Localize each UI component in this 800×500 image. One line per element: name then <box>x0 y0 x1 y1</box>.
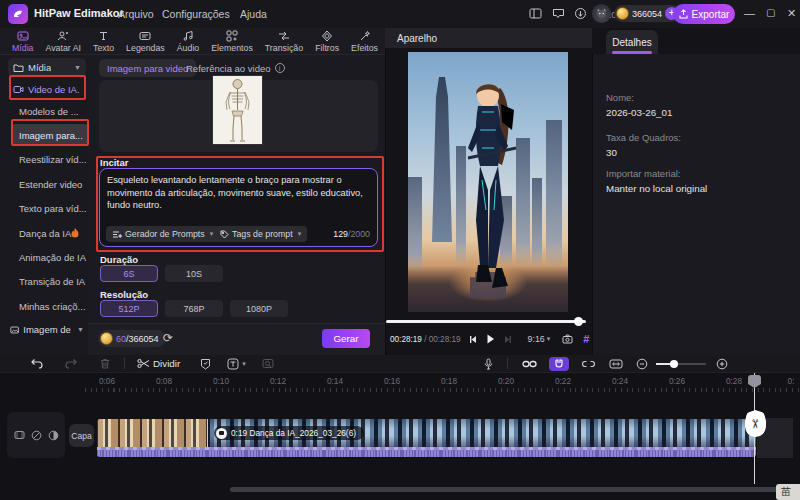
marker-icon[interactable] <box>200 358 211 370</box>
ruler-label: 0:14 <box>327 376 343 386</box>
resolution-option-768p[interactable]: 768P <box>165 300 223 317</box>
mute-track-icon[interactable] <box>31 430 42 441</box>
ruler-label: 0:08 <box>156 376 172 386</box>
zoom-out-icon[interactable] <box>636 358 648 370</box>
prompt-text[interactable]: Esqueleto levantando lentamente o braço … <box>107 174 371 212</box>
sidebar-item-dan-a-da-ia[interactable]: Dança da IA <box>12 222 88 244</box>
ribbon-tab-media[interactable]: Mídia <box>6 28 40 55</box>
detail-label: Importar material: <box>606 168 680 179</box>
unlink-icon[interactable] <box>581 360 596 368</box>
track-header <box>7 412 65 458</box>
preview-character <box>438 70 538 300</box>
link-icon[interactable] <box>522 360 537 368</box>
download-icon[interactable] <box>572 5 589 22</box>
fit-timeline-icon[interactable] <box>609 359 623 369</box>
sidebar-item-minhas-cria-[interactable]: Minhas criaçõ... <box>12 295 88 317</box>
microphone-icon[interactable] <box>484 358 493 370</box>
timeline-clip[interactable]: 0:19 Dança da IA_2026_03_26(6) <box>97 419 756 457</box>
ribbon-tab-avatar[interactable]: Avatar AI <box>40 28 88 55</box>
generate-button[interactable]: Gerar <box>322 329 370 348</box>
delete-icon[interactable] <box>100 358 110 369</box>
zoom-in-icon[interactable] <box>716 358 728 370</box>
ai-image-icon <box>10 325 19 335</box>
preview-controls: 00:28:19 / 00:28:19 9:16 ▾ # <box>385 328 592 350</box>
tab-referencia-ao-video[interactable]: Referência ao video i <box>186 59 285 77</box>
frame-search-icon[interactable] <box>262 358 274 369</box>
resolution-option-512p[interactable]: 512P <box>100 300 158 317</box>
timeline-horizontal-scrollbar[interactable] <box>230 487 795 492</box>
resolution-label: Resolução <box>100 289 148 300</box>
clip-segment-1-thumbnails[interactable] <box>97 419 207 447</box>
minimize-button[interactable]: — <box>744 7 755 19</box>
sidebar-item-imagem-para-[interactable]: Imagem para... <box>12 124 88 146</box>
tab-imagem-para-video[interactable]: Imagem para video <box>99 59 196 77</box>
sidebar-item-modelos-de-[interactable]: Modelos de ... <box>12 100 88 122</box>
sidebar-item-estender-video[interactable]: Estender video <box>12 173 88 195</box>
ribbon-tab-filters[interactable]: Filtros <box>309 28 345 55</box>
layout-icon[interactable] <box>527 5 544 22</box>
prompt-generator-button[interactable]: Gerador de Prompts ▾ <box>106 226 219 242</box>
ribbon-tab-effects[interactable]: Efeitos <box>345 28 384 55</box>
prompt-tags-button[interactable]: Tags de prompt ▾ <box>214 226 307 242</box>
cover-button[interactable]: Capa <box>69 424 94 447</box>
split-button[interactable]: Dividir <box>153 358 180 369</box>
refresh-icon[interactable]: ⟳ <box>163 331 173 345</box>
coin-balance-badge[interactable]: 366054 + <box>614 5 680 22</box>
video-preview[interactable] <box>408 52 568 312</box>
track-type-icon <box>14 430 25 440</box>
coin-balance: /366054 <box>126 334 159 344</box>
preview-scrubber[interactable] <box>386 320 586 323</box>
timeline-zoom-slider[interactable] <box>656 363 706 365</box>
sidebar-group-video-de-ia[interactable]: Video de IA. <box>13 80 87 98</box>
char-counter: 129/2000 <box>300 229 370 239</box>
ribbon-tab-elements[interactable]: Elementos <box>205 28 259 55</box>
feedback-icon[interactable] <box>550 5 567 22</box>
ribbon-tab-text[interactable]: Texto <box>87 28 120 55</box>
close-button[interactable]: ✕ <box>787 7 796 20</box>
export-button[interactable]: Exportar <box>673 4 735 24</box>
sidebar-item-transi-o-de-ia[interactable]: Transição de IA <box>12 271 88 293</box>
sidebar-item-texto-para-v-d-[interactable]: Texto para víd... <box>12 198 88 220</box>
text-tool-icon[interactable] <box>227 358 240 370</box>
redo-icon[interactable] <box>65 358 78 369</box>
sidebar-item-reestilizar-v-d-[interactable]: Reestilizar víd... <box>12 149 88 171</box>
camera-badge-icon <box>216 428 227 439</box>
ruler-label: 0:24 <box>612 376 628 386</box>
menu-ajuda[interactable]: Ajuda <box>240 8 267 20</box>
ruler-label: 0:22 <box>555 376 571 386</box>
step-back-icon[interactable] <box>469 335 478 344</box>
grid-overlay-icon[interactable]: # <box>583 333 589 345</box>
ruler-label: 0:20 <box>498 376 514 386</box>
transition-icon <box>278 30 290 42</box>
ribbon-tab-captions[interactable]: Legendas <box>120 28 171 55</box>
snap-magnet-icon[interactable] <box>549 357 569 371</box>
duration-option-10s[interactable]: 10S <box>165 265 223 282</box>
hide-track-icon[interactable] <box>48 430 59 441</box>
undo-icon[interactable] <box>30 358 43 369</box>
maximize-button[interactable]: ▢ <box>766 7 775 18</box>
ribbon-tab-audio[interactable]: Áudio <box>171 28 206 55</box>
ruler-label: 0:16 <box>384 376 400 386</box>
tab-active-underline <box>612 51 652 54</box>
uploaded-skeleton-image[interactable] <box>213 76 262 144</box>
scrubber-handle[interactable] <box>574 317 583 326</box>
sidebar-group-imagem-de-ia[interactable]: Imagem de IA ▼ <box>8 320 86 339</box>
zoom-slider-handle[interactable] <box>670 360 678 368</box>
sidebar-item-anima-o-de-ia[interactable]: Animação de IA <box>12 246 88 268</box>
step-forward-icon[interactable] <box>503 335 512 344</box>
user-avatar[interactable] <box>592 4 611 23</box>
ribbon-tab-transition[interactable]: Transição <box>259 28 309 55</box>
chevron-down-icon: ▾ <box>547 335 551 343</box>
menu-configuracoes[interactable]: Configurações <box>162 8 230 20</box>
duration-option-6s[interactable]: 6S <box>100 265 158 282</box>
play-icon[interactable] <box>486 334 495 344</box>
snapshot-icon[interactable] <box>562 334 573 344</box>
timeline-ruler[interactable]: 0:060:080:100:120:140:160:180:200:220:24… <box>85 373 800 393</box>
resolution-option-1080p[interactable]: 1080P <box>230 300 288 317</box>
duration-label: Duração <box>100 254 138 265</box>
scissors-icon[interactable] <box>137 358 150 369</box>
aspect-ratio-select[interactable]: 9:16 ▾ <box>528 334 551 344</box>
menu-arquivo[interactable]: Arquivo <box>118 8 154 20</box>
playback-time: 00:28:19 / 00:28:19 <box>390 335 461 344</box>
sidebar-group-midia[interactable]: Mídia ▼ <box>8 58 86 77</box>
